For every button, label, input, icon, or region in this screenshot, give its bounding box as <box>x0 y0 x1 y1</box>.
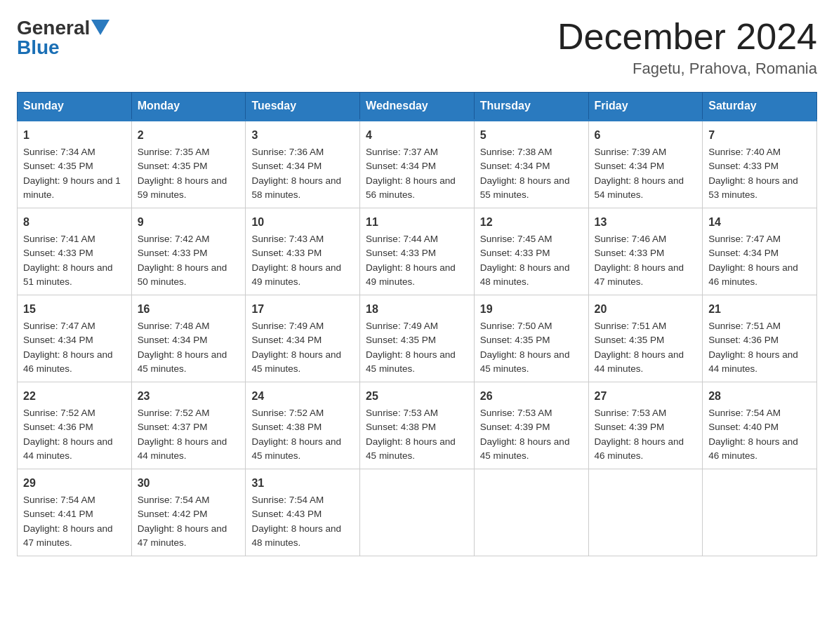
sunrise-text: Sunrise: 7:54 AM <box>23 495 95 505</box>
day-number: 29 <box>23 475 126 492</box>
header-cell-thursday: Thursday <box>474 93 588 121</box>
sunset-text: Sunset: 4:35 PM <box>366 335 436 345</box>
svg-marker-0 <box>91 20 110 35</box>
calendar-cell: 31Sunrise: 7:54 AMSunset: 4:43 PMDayligh… <box>246 469 360 556</box>
daylight-text: Daylight: 8 hours and 44 minutes. <box>23 436 113 461</box>
day-number: 1 <box>23 127 126 144</box>
calendar-week-2: 8Sunrise: 7:41 AMSunset: 4:33 PMDaylight… <box>18 208 817 295</box>
header-cell-saturday: Saturday <box>703 93 817 121</box>
sunset-text: Sunset: 4:34 PM <box>366 161 436 171</box>
sunset-text: Sunset: 4:40 PM <box>708 422 779 432</box>
header-row: SundayMondayTuesdayWednesdayThursdayFrid… <box>18 93 817 121</box>
day-number: 16 <box>138 301 240 318</box>
day-number: 13 <box>595 214 697 231</box>
sunrise-text: Sunrise: 7:51 AM <box>708 321 781 331</box>
sunset-text: Sunset: 4:37 PM <box>138 422 208 432</box>
daylight-text: Daylight: 8 hours and 44 minutes. <box>595 349 684 374</box>
sunset-text: Sunset: 4:33 PM <box>23 248 93 258</box>
calendar-cell: 27Sunrise: 7:53 AMSunset: 4:39 PMDayligh… <box>588 382 703 469</box>
sunset-text: Sunset: 4:36 PM <box>708 335 779 345</box>
daylight-text: Daylight: 8 hours and 47 minutes. <box>595 262 684 287</box>
daylight-text: Daylight: 8 hours and 59 minutes. <box>138 175 227 200</box>
calendar-cell: 28Sunrise: 7:54 AMSunset: 4:40 PMDayligh… <box>703 382 817 469</box>
sunrise-text: Sunrise: 7:53 AM <box>480 408 552 418</box>
sunrise-text: Sunrise: 7:41 AM <box>23 234 95 244</box>
sunrise-text: Sunrise: 7:53 AM <box>595 408 667 418</box>
logo: General Blue <box>17 17 110 59</box>
day-number: 12 <box>480 214 583 231</box>
day-number: 22 <box>23 388 126 405</box>
daylight-text: Daylight: 8 hours and 49 minutes. <box>251 262 341 287</box>
calendar-cell: 12Sunrise: 7:45 AMSunset: 4:33 PMDayligh… <box>474 208 588 295</box>
calendar-cell: 17Sunrise: 7:49 AMSunset: 4:34 PMDayligh… <box>246 295 360 382</box>
day-number: 4 <box>366 127 468 144</box>
logo-blue-text: Blue <box>17 36 60 59</box>
header-cell-tuesday: Tuesday <box>246 93 360 121</box>
sunrise-text: Sunrise: 7:54 AM <box>251 495 324 505</box>
day-number: 20 <box>595 301 697 318</box>
calendar-cell: 5Sunrise: 7:38 AMSunset: 4:34 PMDaylight… <box>474 121 588 208</box>
sunrise-text: Sunrise: 7:52 AM <box>138 408 210 418</box>
calendar-cell: 30Sunrise: 7:54 AMSunset: 4:42 PMDayligh… <box>131 469 246 556</box>
day-number: 31 <box>251 475 354 492</box>
sunset-text: Sunset: 4:34 PM <box>708 248 779 258</box>
sunrise-text: Sunrise: 7:54 AM <box>708 408 781 418</box>
daylight-text: Daylight: 8 hours and 45 minutes. <box>480 436 570 461</box>
sunset-text: Sunset: 4:33 PM <box>595 248 665 258</box>
sunset-text: Sunset: 4:33 PM <box>251 248 322 258</box>
daylight-text: Daylight: 8 hours and 55 minutes. <box>480 175 570 200</box>
calendar-cell: 6Sunrise: 7:39 AMSunset: 4:34 PMDaylight… <box>588 121 703 208</box>
sunrise-text: Sunrise: 7:36 AM <box>251 147 324 157</box>
header-cell-monday: Monday <box>131 93 246 121</box>
day-number: 19 <box>480 301 583 318</box>
sunset-text: Sunset: 4:33 PM <box>480 248 550 258</box>
calendar-cell: 13Sunrise: 7:46 AMSunset: 4:33 PMDayligh… <box>588 208 703 295</box>
daylight-text: Daylight: 8 hours and 46 minutes. <box>595 436 684 461</box>
sunrise-text: Sunrise: 7:45 AM <box>480 234 552 244</box>
daylight-text: Daylight: 8 hours and 44 minutes. <box>708 349 798 374</box>
daylight-text: Daylight: 8 hours and 46 minutes. <box>708 262 798 287</box>
sunset-text: Sunset: 4:39 PM <box>480 422 550 432</box>
location-title: Fagetu, Prahova, Romania <box>557 60 817 78</box>
daylight-text: Daylight: 8 hours and 58 minutes. <box>251 175 341 200</box>
daylight-text: Daylight: 8 hours and 54 minutes. <box>595 175 684 200</box>
sunrise-text: Sunrise: 7:48 AM <box>138 321 210 331</box>
header-cell-friday: Friday <box>588 93 703 121</box>
day-number: 7 <box>708 127 811 144</box>
sunrise-text: Sunrise: 7:42 AM <box>138 234 210 244</box>
sunrise-text: Sunrise: 7:49 AM <box>366 321 438 331</box>
daylight-text: Daylight: 8 hours and 47 minutes. <box>138 523 227 548</box>
sunset-text: Sunset: 4:36 PM <box>23 422 93 432</box>
day-number: 27 <box>595 388 697 405</box>
calendar-cell: 18Sunrise: 7:49 AMSunset: 4:35 PMDayligh… <box>360 295 475 382</box>
sunset-text: Sunset: 4:34 PM <box>480 161 550 171</box>
sunset-text: Sunset: 4:38 PM <box>251 422 322 432</box>
calendar-cell <box>703 469 817 556</box>
calendar-cell: 8Sunrise: 7:41 AMSunset: 4:33 PMDaylight… <box>18 208 132 295</box>
daylight-text: Daylight: 8 hours and 56 minutes. <box>366 175 456 200</box>
daylight-text: Daylight: 8 hours and 53 minutes. <box>708 175 798 200</box>
calendar-cell: 1Sunrise: 7:34 AMSunset: 4:35 PMDaylight… <box>18 121 132 208</box>
daylight-text: Daylight: 8 hours and 48 minutes. <box>480 262 570 287</box>
sunrise-text: Sunrise: 7:54 AM <box>138 495 210 505</box>
page-header: General Blue December 2024 Fagetu, Praho… <box>17 17 817 78</box>
sunrise-text: Sunrise: 7:47 AM <box>23 321 95 331</box>
daylight-text: Daylight: 9 hours and 1 minute. <box>23 175 121 200</box>
calendar-header: SundayMondayTuesdayWednesdayThursdayFrid… <box>18 93 817 121</box>
day-number: 8 <box>23 214 126 231</box>
calendar-cell: 26Sunrise: 7:53 AMSunset: 4:39 PMDayligh… <box>474 382 588 469</box>
sunset-text: Sunset: 4:41 PM <box>23 509 93 519</box>
calendar-cell: 22Sunrise: 7:52 AMSunset: 4:36 PMDayligh… <box>18 382 132 469</box>
sunrise-text: Sunrise: 7:53 AM <box>366 408 438 418</box>
day-number: 28 <box>708 388 811 405</box>
daylight-text: Daylight: 8 hours and 45 minutes. <box>251 436 341 461</box>
calendar-week-1: 1Sunrise: 7:34 AMSunset: 4:35 PMDaylight… <box>18 121 817 208</box>
sunset-text: Sunset: 4:35 PM <box>480 335 550 345</box>
daylight-text: Daylight: 8 hours and 51 minutes. <box>23 262 113 287</box>
calendar-cell: 20Sunrise: 7:51 AMSunset: 4:35 PMDayligh… <box>588 295 703 382</box>
daylight-text: Daylight: 8 hours and 46 minutes. <box>708 436 798 461</box>
calendar-cell: 23Sunrise: 7:52 AMSunset: 4:37 PMDayligh… <box>131 382 246 469</box>
sunrise-text: Sunrise: 7:44 AM <box>366 234 438 244</box>
sunrise-text: Sunrise: 7:52 AM <box>23 408 95 418</box>
day-number: 25 <box>366 388 468 405</box>
